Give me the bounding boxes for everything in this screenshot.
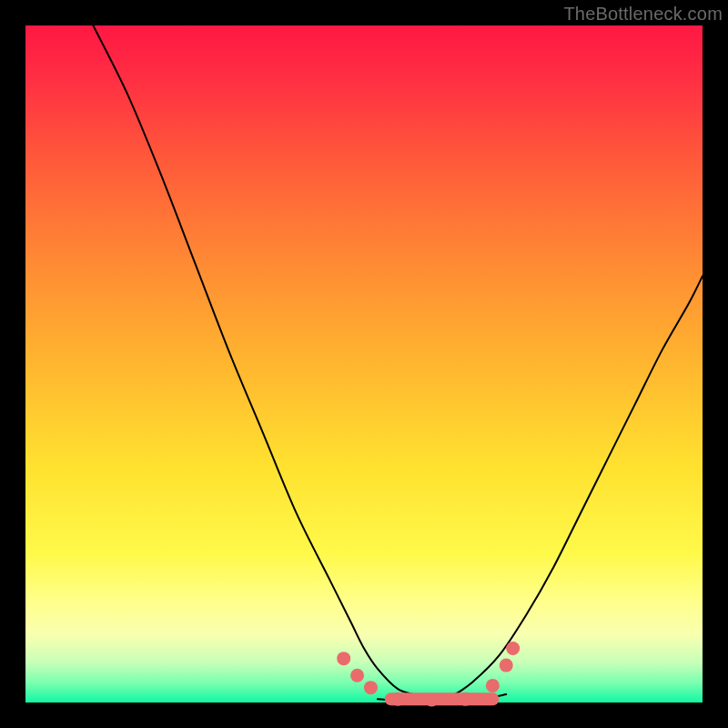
marker-left-dot-2 — [350, 669, 364, 682]
chart-frame: TheBottleneck.com — [0, 0, 728, 728]
marker-left-dot-3 — [364, 681, 378, 694]
marker-bar-left — [391, 693, 405, 706]
marker-bar-right — [459, 693, 472, 706]
series-right-curve — [431, 276, 703, 703]
marker-right-dot-3 — [506, 642, 520, 655]
chart-svg — [25, 25, 703, 703]
marker-left-dot-1 — [337, 652, 350, 665]
series-left-curve — [93, 25, 431, 703]
marker-bar-mid — [425, 693, 439, 707]
watermark-text: TheBottleneck.com — [563, 4, 723, 25]
marker-right-dot-1 — [486, 679, 500, 693]
marker-right-dot-2 — [500, 659, 513, 672]
plot-area — [25, 25, 703, 703]
